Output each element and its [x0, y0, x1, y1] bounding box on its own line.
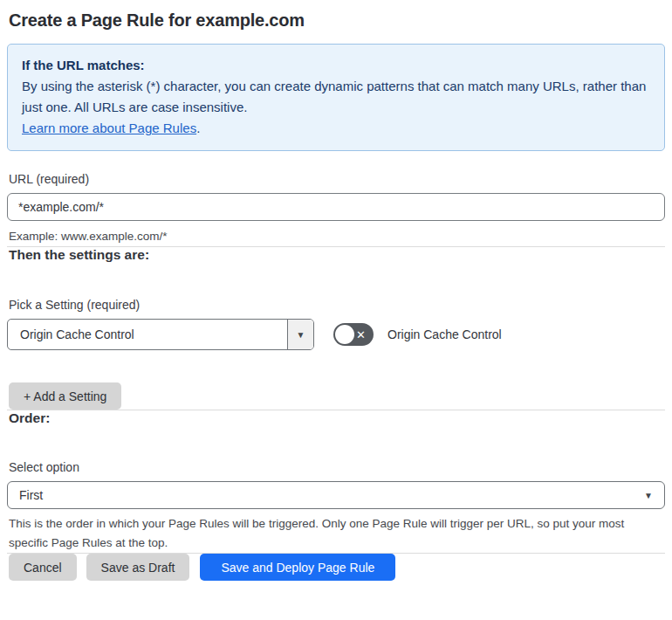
pick-setting-label: Pick a Setting (required) [9, 298, 663, 312]
setting-select[interactable]: Origin Cache Control ▼ [7, 319, 314, 350]
origin-cache-control-toggle[interactable]: ✕ [333, 323, 374, 346]
chevron-down-icon: ▼ [644, 491, 653, 500]
order-select-value: First [19, 488, 644, 502]
save-and-deploy-button[interactable]: Save and Deploy Page Rule [200, 554, 395, 581]
toggle-label: Origin Cache Control [387, 327, 502, 341]
order-select[interactable]: First ▼ [7, 481, 665, 509]
learn-more-link[interactable]: Learn more about Page Rules [22, 121, 196, 135]
create-page-rule-form: Create a Page Rule for example.com If th… [0, 0, 672, 581]
info-box-body: By using the asterisk (*) character, you… [22, 76, 650, 118]
setting-select-value: Origin Cache Control [8, 320, 287, 349]
save-as-draft-button[interactable]: Save as Draft [86, 554, 190, 581]
settings-section-heading: Then the settings are: [9, 247, 663, 263]
add-setting-button[interactable]: + Add a Setting [9, 382, 121, 410]
order-select-label: Select option [9, 460, 663, 474]
url-match-info-box: If the URL matches: By using the asteris… [7, 44, 665, 151]
url-input[interactable] [7, 193, 665, 221]
toggle-knob [335, 325, 354, 344]
chevron-down-icon[interactable]: ▼ [287, 320, 313, 349]
cancel-button[interactable]: Cancel [9, 554, 77, 581]
order-section-heading: Order: [9, 410, 663, 426]
url-example-helper: Example: www.example.com/* [9, 227, 663, 246]
info-box-heading: If the URL matches: [22, 55, 650, 76]
setting-row: Origin Cache Control ▼ ✕ Origin Cache Co… [7, 319, 665, 350]
page-title: Create a Page Rule for example.com [9, 10, 663, 31]
info-box-link-line: Learn more about Page Rules. [22, 118, 650, 139]
link-suffix: . [196, 121, 200, 135]
footer-button-row: Cancel Save as Draft Save and Deploy Pag… [9, 554, 663, 581]
order-helper-text: This is the order in which your Page Rul… [9, 514, 663, 553]
url-field-label: URL (required) [9, 172, 663, 186]
toggle-off-x-icon: ✕ [356, 323, 366, 346]
